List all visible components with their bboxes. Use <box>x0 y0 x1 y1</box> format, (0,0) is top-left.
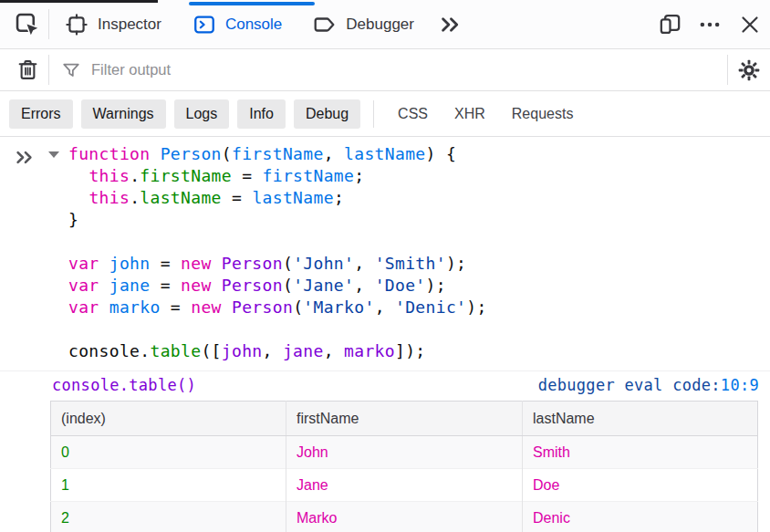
code-line: this.firstName = firstName; <box>68 165 487 187</box>
console-table-message: console.table() debugger eval code:10:9 <box>0 370 770 399</box>
menu-button[interactable] <box>690 0 730 48</box>
debugger-icon <box>313 13 337 37</box>
code-line: this.lastName = lastName; <box>68 187 487 209</box>
console-input-code: function Person(firstName, lastName) { t… <box>68 143 487 362</box>
active-tab-indicator <box>189 2 315 5</box>
filter-logs-button[interactable]: Logs <box>174 99 230 129</box>
source-link-position: 10:9 <box>721 376 759 394</box>
collapse-caret-icon[interactable] <box>48 151 59 158</box>
filter-funnel-icon <box>61 60 81 80</box>
responsive-design-icon <box>658 12 682 37</box>
close-button[interactable] <box>730 0 770 48</box>
filter-level-bar: ErrorsWarningsLogsInfoDebugCSSXHRRequest… <box>0 91 770 137</box>
filter-errors-button[interactable]: Errors <box>9 99 73 129</box>
console-input-message: function Person(firstName, lastName) { t… <box>0 137 770 370</box>
table-value-cell: Denic <box>523 502 758 532</box>
table-value-cell: John <box>286 436 523 469</box>
filter-requests-button[interactable]: Requests <box>503 99 583 129</box>
tab-console-label: Console <box>225 16 282 34</box>
tab-debugger[interactable]: Debugger <box>297 0 430 48</box>
tab-debugger-label: Debugger <box>346 16 414 34</box>
message-gutter <box>0 143 68 362</box>
source-link[interactable]: debugger eval code:10:9 <box>538 376 759 394</box>
pick-element-button[interactable] <box>6 0 48 48</box>
inspector-icon <box>65 13 88 37</box>
code-line <box>68 318 487 340</box>
table-value-cell: Jane <box>286 469 523 502</box>
table-value-cell: Marko <box>286 502 523 532</box>
console-table-wrap: (index)firstNamelastName 0JohnSmith1Jane… <box>50 401 757 532</box>
levelbar-separator <box>373 100 374 128</box>
filter-debug-button[interactable]: Debug <box>294 99 360 129</box>
tab-inspector-label: Inspector <box>98 16 161 34</box>
code-line: var marko = new Person('Marko', 'Denic')… <box>68 297 487 318</box>
meatball-menu-icon <box>698 13 722 37</box>
console-icon <box>192 13 216 37</box>
table-value-cell: Smith <box>523 436 758 469</box>
tab-inspector[interactable]: Inspector <box>49 0 177 48</box>
source-link-file: debugger eval code <box>538 376 712 394</box>
top-edge-dark-strip <box>0 0 158 3</box>
clear-console-button[interactable] <box>6 49 48 90</box>
code-line: var john = new Person('John', 'Smith'); <box>68 253 487 275</box>
code-line: console.table([john, jane, marko]); <box>68 340 487 362</box>
table-header-cell[interactable]: lastName <box>523 402 758 436</box>
code-line: function Person(firstName, lastName) { <box>68 143 487 165</box>
code-line <box>68 231 487 253</box>
filter-css-button[interactable]: CSS <box>389 99 437 129</box>
more-tabs-button[interactable] <box>430 0 472 48</box>
table-row: 0JohnSmith <box>51 436 758 469</box>
console-filter-bar: Filter output <box>0 49 770 91</box>
close-icon <box>739 14 761 36</box>
table-index-cell: 1 <box>51 469 286 502</box>
console-table-label: console.table() <box>52 376 196 394</box>
code-line: var jane = new Person('Jane', 'Doe'); <box>68 275 487 297</box>
table-index-cell: 2 <box>51 502 286 532</box>
devtools-toolbar: Inspector Console Debugger <box>0 0 770 49</box>
responsive-design-button[interactable] <box>650 0 690 48</box>
filter-input-placeholder: Filter output <box>91 61 171 78</box>
table-header-row: (index)firstNamelastName <box>51 402 758 436</box>
source-link-separator: : <box>711 376 721 394</box>
table-header-cell[interactable]: (index) <box>51 402 286 436</box>
table-header-cell[interactable]: firstName <box>286 402 523 436</box>
trash-icon <box>16 58 39 81</box>
settings-button[interactable] <box>728 49 770 90</box>
gear-icon <box>737 58 761 82</box>
filter-output-input[interactable]: Filter output <box>49 49 727 90</box>
filter-info-button[interactable]: Info <box>237 99 286 129</box>
filter-xhr-button[interactable]: XHR <box>445 99 494 129</box>
filter-warnings-button[interactable]: Warnings <box>81 99 166 129</box>
table-row: 1JaneDoe <box>51 469 758 502</box>
pick-element-icon <box>15 12 40 37</box>
table-value-cell: Doe <box>523 469 758 502</box>
console-table: (index)firstNamelastName 0JohnSmith1Jane… <box>50 401 758 532</box>
tab-console[interactable]: Console <box>177 0 297 48</box>
console-output: function Person(firstName, lastName) { t… <box>0 137 770 532</box>
table-index-cell: 0 <box>51 436 286 469</box>
devtools-window: Inspector Console Debugger <box>0 0 770 532</box>
input-prompt-icon <box>13 145 37 170</box>
chevron-double-icon <box>438 12 463 37</box>
code-line: } <box>68 209 487 231</box>
table-row: 2MarkoDenic <box>51 502 758 532</box>
